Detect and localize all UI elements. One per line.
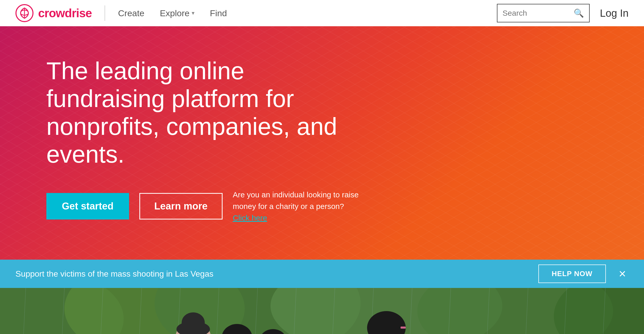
navbar-right: 🔍 Log In: [497, 4, 629, 22]
get-started-button[interactable]: Get started: [46, 193, 129, 219]
svg-rect-37: [401, 327, 406, 329]
learn-more-button[interactable]: Learn more: [139, 193, 223, 219]
help-now-button[interactable]: HELP NOW: [538, 265, 606, 283]
photo-illustration: [0, 288, 644, 334]
logo-icon: [15, 4, 33, 22]
svg-point-8: [554, 288, 644, 334]
search-box: 🔍: [497, 4, 590, 22]
search-button[interactable]: 🔍: [574, 8, 584, 18]
click-here-link[interactable]: Click here: [233, 214, 267, 222]
nav-item-explore[interactable]: Explore ▾: [160, 8, 194, 18]
login-link[interactable]: Log In: [600, 7, 629, 19]
hero-buttons: Get started Learn more Are you an indivi…: [46, 189, 407, 224]
navbar: crowdrise Create Explore ▾ Find 🔍 Log In: [0, 0, 644, 26]
logo-link[interactable]: crowdrise: [15, 4, 92, 22]
nav-item-find[interactable]: Find: [210, 8, 227, 18]
nav-divider: [105, 5, 105, 21]
nav-item-create[interactable]: Create: [118, 8, 144, 18]
search-icon: 🔍: [574, 8, 584, 18]
explore-dropdown-arrow: ▾: [192, 10, 194, 16]
banner-text: Support the victims of the mass shooting…: [15, 269, 528, 279]
search-input[interactable]: [503, 9, 574, 17]
hero-content: The leading online fundraising platform …: [46, 57, 407, 224]
logo-text: crowdrise: [38, 6, 92, 20]
hero-subtext: Are you an individual looking to raise m…: [233, 189, 362, 224]
hero-section: The leading online fundraising platform …: [0, 26, 644, 260]
photo-section: [0, 288, 644, 334]
hero-headline: The leading online fundraising platform …: [46, 57, 355, 168]
banner-close-button[interactable]: ×: [616, 268, 629, 280]
main-nav: Create Explore ▾ Find: [118, 8, 497, 18]
notification-banner: Support the victims of the mass shooting…: [0, 260, 644, 288]
